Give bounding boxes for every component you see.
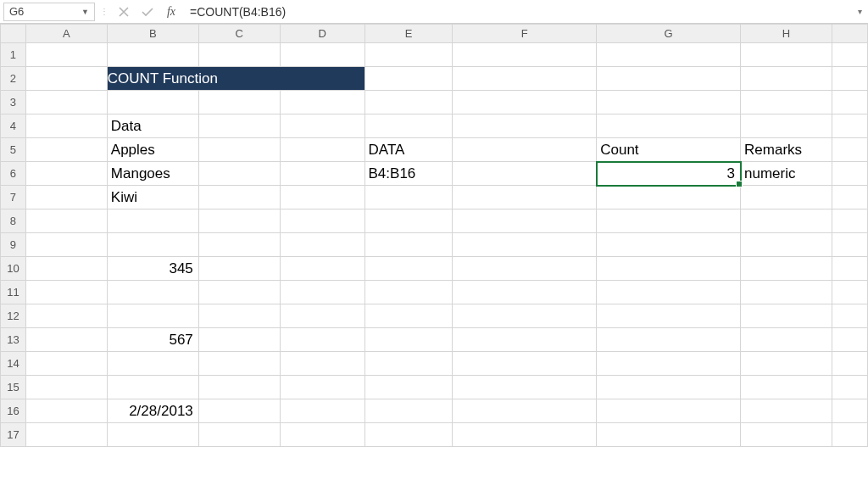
cell-E17[interactable] (364, 423, 453, 447)
cell-I8[interactable] (832, 209, 868, 233)
cell-B5[interactable]: Apples (107, 138, 198, 162)
cell-C15[interactable] (198, 376, 280, 399)
cell-G3[interactable] (597, 91, 741, 114)
row-header-16[interactable]: 16 (1, 399, 26, 423)
cell-C6[interactable] (198, 162, 280, 186)
col-header-C[interactable]: C (198, 25, 280, 43)
cell-A3[interactable] (25, 91, 107, 114)
cell-E8[interactable] (364, 209, 453, 233)
cell-E12[interactable] (364, 304, 453, 328)
cell-H7[interactable] (741, 186, 832, 209)
cell-B17[interactable] (107, 423, 198, 447)
cell-E7[interactable] (364, 186, 453, 209)
cell-B9[interactable] (107, 233, 198, 257)
cell-F4[interactable] (453, 114, 597, 138)
cell-A12[interactable] (25, 304, 107, 328)
cell-E1[interactable] (364, 43, 453, 67)
cell-D3[interactable] (280, 91, 364, 114)
cell-B3[interactable] (107, 91, 198, 114)
cell-H9[interactable] (741, 233, 832, 257)
cell-H14[interactable] (741, 352, 832, 376)
cell-H15[interactable] (741, 376, 832, 399)
cell-E9[interactable] (364, 233, 453, 257)
cell-F12[interactable] (453, 304, 597, 328)
cell-D13[interactable] (280, 328, 364, 352)
cell-I13[interactable] (832, 328, 868, 352)
cell-B15[interactable] (107, 376, 198, 399)
cell-I16[interactable] (832, 399, 868, 423)
cell-B16[interactable]: 2/28/2013 (107, 399, 198, 423)
cell-G5[interactable]: Count (597, 138, 741, 162)
cell-I11[interactable] (832, 281, 868, 304)
enter-icon[interactable] (136, 3, 159, 21)
cell-A4[interactable] (25, 114, 107, 138)
cell-I3[interactable] (832, 91, 868, 114)
cell-A1[interactable] (25, 43, 107, 67)
cell-C13[interactable] (198, 328, 280, 352)
cell-F7[interactable] (453, 186, 597, 209)
cell-B1[interactable] (107, 43, 198, 67)
cell-H11[interactable] (741, 281, 832, 304)
cell-A17[interactable] (25, 423, 107, 447)
cell-D5[interactable] (280, 138, 364, 162)
cell-H10[interactable] (741, 257, 832, 281)
row-header-2[interactable]: 2 (1, 67, 26, 91)
col-header-E[interactable]: E (364, 25, 453, 43)
cell-F16[interactable] (453, 399, 597, 423)
cell-E5[interactable]: DATA (364, 138, 453, 162)
cell-E14[interactable] (364, 352, 453, 376)
cell-A15[interactable] (25, 376, 107, 399)
row-header-17[interactable]: 17 (1, 423, 26, 447)
cell-F11[interactable] (453, 281, 597, 304)
cell-B14[interactable] (107, 352, 198, 376)
cell-I5[interactable] (832, 138, 868, 162)
cell-C3[interactable] (198, 91, 280, 114)
cell-I7[interactable] (832, 186, 868, 209)
cell-F10[interactable] (453, 257, 597, 281)
row-header-12[interactable]: 12 (1, 304, 26, 328)
cell-E3[interactable] (364, 91, 453, 114)
row-header-6[interactable]: 6 (1, 162, 26, 186)
cell-I4[interactable] (832, 114, 868, 138)
cell-G1[interactable] (597, 43, 741, 67)
cell-G13[interactable] (597, 328, 741, 352)
cell-G7[interactable] (597, 186, 741, 209)
cell-E10[interactable] (364, 257, 453, 281)
cell-D1[interactable] (280, 43, 364, 67)
cell-G9[interactable] (597, 233, 741, 257)
col-header-B[interactable]: B (107, 25, 198, 43)
cell-H2[interactable] (741, 67, 832, 91)
cell-B13[interactable]: 567 (107, 328, 198, 352)
col-header-F[interactable]: F (453, 25, 597, 43)
cell-H12[interactable] (741, 304, 832, 328)
cell-F3[interactable] (453, 91, 597, 114)
cell-G15[interactable] (597, 376, 741, 399)
cell-H6[interactable]: numeric (741, 162, 832, 186)
formula-input[interactable] (183, 3, 851, 21)
cell-E2[interactable] (364, 67, 453, 91)
row-header-8[interactable]: 8 (1, 209, 26, 233)
row-header-13[interactable]: 13 (1, 328, 26, 352)
cell-G16[interactable] (597, 399, 741, 423)
cell-I14[interactable] (832, 352, 868, 376)
cell-F13[interactable] (453, 328, 597, 352)
cell-G8[interactable] (597, 209, 741, 233)
cell-D4[interactable] (280, 114, 364, 138)
cell-B7[interactable]: Kiwi (107, 186, 198, 209)
cell-D15[interactable] (280, 376, 364, 399)
row-header-3[interactable]: 3 (1, 91, 26, 114)
cell-F17[interactable] (453, 423, 597, 447)
cell-H4[interactable] (741, 114, 832, 138)
cell-A6[interactable] (25, 162, 107, 186)
cell-D7[interactable] (280, 186, 364, 209)
row-header-4[interactable]: 4 (1, 114, 26, 138)
col-header-H[interactable]: H (741, 25, 832, 43)
cell-I2[interactable] (832, 67, 868, 91)
cell-H17[interactable] (741, 423, 832, 447)
cell-C4[interactable] (198, 114, 280, 138)
chevron-down-icon[interactable]: ▼ (81, 8, 89, 16)
cell-D11[interactable] (280, 281, 364, 304)
cell-G2[interactable] (597, 67, 741, 91)
cell-A13[interactable] (25, 328, 107, 352)
expand-formula-bar-icon[interactable]: ▾ (851, 3, 868, 21)
